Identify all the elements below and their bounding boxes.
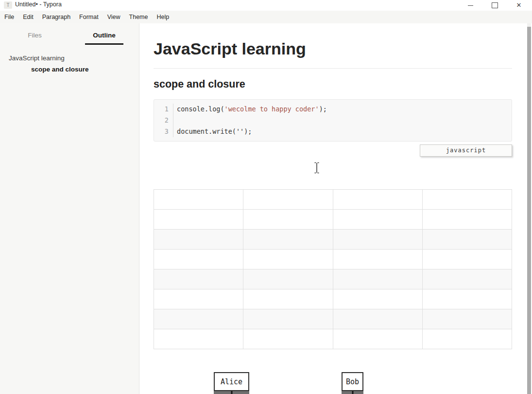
page-title[interactable]: JavaScript learning xyxy=(154,39,512,69)
actor-lifeline-bar-bob xyxy=(342,391,363,394)
sidebar-tabs: Files Outline xyxy=(0,23,139,45)
sidebar: Files Outline JavaScript learning scope … xyxy=(0,23,139,394)
table-cell[interactable] xyxy=(422,210,512,230)
outline-item-scope-and-closure[interactable]: scope and closure xyxy=(0,66,139,73)
table-row xyxy=(154,230,512,250)
table-cell[interactable] xyxy=(154,269,243,289)
typora-window: T Untitled• - Typora ✕ File Edit Paragra… xyxy=(0,0,532,394)
code-text-3: document.write(''); xyxy=(173,126,252,137)
table-cell[interactable] xyxy=(333,230,422,250)
table-cell[interactable] xyxy=(243,250,333,269)
table-cell[interactable] xyxy=(243,329,333,349)
code-language-badge[interactable]: javascript xyxy=(420,144,512,157)
table-row xyxy=(154,329,512,349)
app-icon[interactable]: T xyxy=(4,1,12,9)
markdown-table[interactable] xyxy=(154,189,512,349)
table-cell[interactable] xyxy=(243,309,333,329)
code-plain: ); xyxy=(319,105,327,113)
markdown-table-body xyxy=(154,190,512,349)
table-row xyxy=(154,309,512,329)
actor-lifeline-bar-alice xyxy=(214,391,249,394)
line-number-1: 1 xyxy=(154,104,173,115)
line-number-3: 3 xyxy=(154,126,173,137)
menu-item-edit[interactable]: Edit xyxy=(18,11,38,23)
menu-item-format[interactable]: Format xyxy=(75,11,103,23)
text-cursor-pointer xyxy=(314,162,320,174)
table-cell[interactable] xyxy=(243,190,333,210)
code-plain: document.write(''); xyxy=(177,127,252,135)
table-row xyxy=(154,210,512,230)
table-cell[interactable] xyxy=(154,309,243,329)
sequence-actor-alice[interactable]: Alice xyxy=(214,372,249,391)
table-cell[interactable] xyxy=(333,309,422,329)
table-cell[interactable] xyxy=(154,230,243,250)
table-cell[interactable] xyxy=(333,289,422,309)
close-button[interactable]: ✕ xyxy=(507,0,531,11)
menu-item-theme[interactable]: Theme xyxy=(125,11,153,23)
close-icon: ✕ xyxy=(516,0,522,11)
code-string: 'wecolme to happy coder' xyxy=(224,105,319,113)
table-cell[interactable] xyxy=(154,250,243,269)
table-cell[interactable] xyxy=(333,210,422,230)
tab-outline-label: Outline xyxy=(93,32,116,39)
table-cell[interactable] xyxy=(422,250,512,269)
table-cell[interactable] xyxy=(243,210,333,230)
table-cell[interactable] xyxy=(243,230,333,250)
menu-item-paragraph[interactable]: Paragraph xyxy=(38,11,75,23)
minimize-icon xyxy=(468,5,473,6)
code-plain: console.log( xyxy=(177,105,224,113)
table-row xyxy=(154,190,512,210)
table-cell[interactable] xyxy=(333,269,422,289)
sequence-actor-bob[interactable]: Bob xyxy=(342,372,363,391)
table-row xyxy=(154,269,512,289)
table-cell[interactable] xyxy=(422,289,512,309)
table-cell[interactable] xyxy=(243,269,333,289)
active-tab-underline xyxy=(85,43,123,45)
table-cell[interactable] xyxy=(154,210,243,230)
titlebar: T Untitled• - Typora ✕ xyxy=(0,0,532,11)
table-cell[interactable] xyxy=(422,230,512,250)
code-line-2[interactable]: 2 xyxy=(154,115,512,126)
scrollbar-track[interactable] xyxy=(527,23,531,394)
table-cell[interactable] xyxy=(422,309,512,329)
section-heading[interactable]: scope and closure xyxy=(154,78,512,91)
maximize-icon xyxy=(492,2,498,8)
minimize-button[interactable] xyxy=(458,0,482,11)
table-row xyxy=(154,250,512,269)
tab-outline[interactable]: Outline xyxy=(69,32,139,45)
code-block[interactable]: 1 console.log('wecolme to happy coder');… xyxy=(154,99,512,142)
menubar: File Edit Paragraph Format View Theme He… xyxy=(0,11,532,23)
tab-files[interactable]: Files xyxy=(0,32,69,45)
scrollbar-thumb[interactable] xyxy=(527,27,531,394)
table-cell[interactable] xyxy=(154,289,243,309)
table-cell[interactable] xyxy=(422,269,512,289)
table-row xyxy=(154,289,512,309)
code-text-2 xyxy=(173,115,177,126)
outline-item-javascript-learning[interactable]: JavaScript learning xyxy=(0,54,139,62)
window-title: Untitled• - Typora xyxy=(15,1,62,8)
menu-item-file[interactable]: File xyxy=(0,11,18,23)
line-number-2: 2 xyxy=(154,115,173,126)
code-line-1[interactable]: 1 console.log('wecolme to happy coder'); xyxy=(154,104,512,115)
table-cell[interactable] xyxy=(333,250,422,269)
table-cell[interactable] xyxy=(422,190,512,210)
maximize-button[interactable] xyxy=(482,0,507,11)
table-cell[interactable] xyxy=(422,329,512,349)
table-cell[interactable] xyxy=(154,329,243,349)
table-cell[interactable] xyxy=(333,190,422,210)
menu-item-view[interactable]: View xyxy=(103,11,125,23)
table-cell[interactable] xyxy=(243,289,333,309)
table-cell[interactable] xyxy=(154,190,243,210)
table-cell[interactable] xyxy=(333,329,422,349)
code-line-3[interactable]: 3 document.write(''); xyxy=(154,126,512,137)
code-text-1: console.log('wecolme to happy coder'); xyxy=(173,104,327,115)
menu-item-help[interactable]: Help xyxy=(152,11,173,23)
editor-area: JavaScript learning scope and closure 1 … xyxy=(139,23,527,394)
